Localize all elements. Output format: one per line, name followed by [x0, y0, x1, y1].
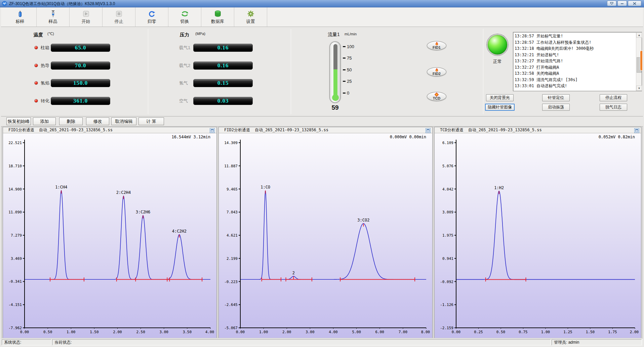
needle-position-button[interactable]: 针管定位: [542, 94, 570, 101]
event-log[interactable]: 13:28:57 开始标气定量! 13:28:57 工作站进入标样预备采集状态!…: [513, 32, 642, 91]
cancel-edit-button[interactable]: 取消编辑: [111, 117, 136, 125]
lcd-display-carrier1-pressure: 0.16: [193, 44, 253, 52]
event-log-lines: 13:28:57 开始标气定量! 13:28:57 工作站进入标样预备采集状态!…: [515, 33, 635, 90]
svg-text:2: 2: [292, 271, 295, 275]
svg-text:0.000mV 0.00min: 0.000mV 0.00min: [390, 135, 426, 139]
toolbar-standard-sample-button[interactable]: 标样: [4, 7, 37, 27]
status-led-red: [34, 46, 38, 49]
status-bar: 系统状态: 当前状态: 管理员: admin: [1, 339, 643, 346]
detector-label: FID1: [433, 46, 441, 49]
toolbar-database-button[interactable]: 数据库: [201, 7, 234, 27]
chart-tcd: TCD分析通道 自动_265_2021-09-23_132856_5.ss 6.…: [434, 127, 641, 338]
svg-text:-1.126: -1.126: [440, 303, 453, 307]
log-line: 13:32:27 开始清洗气路!: [515, 58, 635, 64]
toolbar-sample-button[interactable]: 样品: [37, 7, 70, 27]
maximize-icon[interactable]: [426, 128, 431, 133]
current-status-section: 当前状态:: [52, 339, 551, 345]
chart-plot-tcd[interactable]: 6.1095.0764.0423.0091.9750.941-0.092-1.1…: [435, 133, 641, 338]
log-line: 13:28:57 工作站进入标样预备采集状态!: [515, 39, 635, 46]
toolbar-label: 样品: [49, 19, 57, 25]
log-line: 13:33:01 自动进标气完成!: [515, 83, 635, 89]
toolbar-settings-button[interactable]: 设置: [234, 7, 267, 27]
svg-text:1.75: 1.75: [608, 330, 617, 334]
pressure-row-label: 载气2: [179, 62, 190, 70]
log-line: 13:32:59 清洗气路完成! [30s]: [515, 77, 635, 83]
chart-header: FID2分析通道 自动_265_2021-09-23_132856_5.ss: [219, 127, 432, 133]
svg-text:3:CO2: 3:CO2: [357, 218, 369, 222]
svg-text:2.00: 2.00: [113, 330, 122, 334]
chart-header: TCD分析通道 自动_265_2021-09-23_132856_5.ss: [435, 127, 641, 133]
chart-plot-fid1[interactable]: 22.52118.71014.90011.0907.2793.469-0.341…: [3, 133, 216, 338]
backlight-off-button[interactable]: 关闭背景光: [486, 94, 514, 101]
calculate-button[interactable]: 计 算: [138, 117, 164, 125]
chromatogram-svg: 6.1095.0764.0423.0091.9750.941-0.092-1.1…: [435, 133, 641, 337]
instrument-panel: 温度 (℃) 柱箱 65.0 热导 70.0 氢焰 150.0 转化 361.0…: [1, 27, 643, 116]
svg-text:-2.645: -2.645: [224, 303, 238, 307]
lcd-display-air-pressure: 0.03: [193, 97, 253, 105]
system-status-led: [487, 34, 508, 56]
svg-text:0.75: 0.75: [519, 330, 528, 334]
pressure-row-label: 氢气: [179, 79, 188, 87]
lcd-display-converter-temp: 361.0: [51, 97, 110, 105]
svg-text:3.00: 3.00: [306, 330, 315, 334]
degas-log-button[interactable]: 脱气日志: [600, 104, 627, 111]
lcd-display-tcd-temp: 70.0: [51, 62, 110, 70]
svg-text:9.465: 9.465: [227, 187, 238, 192]
flow-gauge-bulb: [332, 94, 339, 101]
add-peak-button[interactable]: 添加: [33, 117, 56, 125]
chart-plot-fid2[interactable]: 14.30911.8879.4657.0434.6212.199-0.223-2…: [219, 133, 432, 338]
app-window: ZF-301Q色谱工作站(301Q自动（绝缘油）K528.M)V3.1.3.0 …: [0, 0, 644, 347]
temp-row-label: 热导: [41, 62, 49, 70]
stop-flow-button[interactable]: 停止流程: [600, 94, 627, 101]
svg-text:2.00: 2.00: [630, 330, 639, 334]
svg-text:6.109: 6.109: [442, 141, 453, 145]
maximize-icon[interactable]: [210, 128, 215, 133]
svg-text:2.199: 2.199: [227, 256, 238, 261]
flow-tick: 0: [343, 91, 349, 95]
scroll-down-arrow[interactable]: ▼: [636, 85, 642, 91]
restore-initial-peaks-button[interactable]: 恢复初始峰: [6, 117, 31, 125]
svg-text:22.521: 22.521: [8, 141, 22, 145]
minimize-button[interactable]: [617, 1, 627, 6]
temp-row-label: 氢焰: [41, 79, 49, 87]
toolbar-switch-button[interactable]: 切换: [168, 7, 201, 27]
toolbar-label: 归零: [148, 19, 156, 25]
flow-tick: 100: [343, 44, 354, 48]
close-button[interactable]: [628, 1, 641, 6]
lcd-display-carrier2-pressure: 0.16: [193, 62, 253, 70]
detector-fid2-indicator[interactable]: FID2: [427, 67, 446, 76]
delete-peak-button[interactable]: 删除: [59, 117, 83, 125]
svg-text:0.00: 0.00: [236, 330, 245, 334]
gear-icon: [247, 10, 255, 18]
scroll-up-arrow[interactable]: ▲: [636, 32, 642, 38]
svg-text:8.00: 8.00: [421, 330, 430, 334]
toolbar-start-button[interactable]: 开始: [70, 7, 103, 27]
tray-button[interactable]: [607, 1, 616, 6]
pressure-group-title: 压力: [180, 32, 189, 38]
modify-peak-button[interactable]: 修改: [86, 117, 109, 125]
toolbar-label: 停止: [115, 19, 123, 25]
side-panel-handle[interactable]: [640, 50, 643, 71]
flow-gauge: [329, 41, 341, 103]
svg-text:18.710: 18.710: [8, 164, 22, 168]
svg-text:1:H2: 1:H2: [494, 185, 504, 190]
status-led-red: [34, 64, 38, 67]
chart-file: 自动_265_2021-09-23_132856_5.ss: [39, 127, 113, 133]
lcd-display-oven-temp: 65.0: [51, 44, 110, 52]
maximize-icon[interactable]: [634, 128, 639, 133]
flow-title: 流量1: [328, 32, 340, 38]
svg-text:1.00: 1.00: [541, 330, 550, 334]
toolbar-stop-button[interactable]: 停止: [103, 7, 135, 27]
hide-needle-image-button[interactable]: 隐藏针管图像: [485, 104, 515, 111]
pressure-row-label: 载气1: [179, 44, 190, 52]
svg-text:0.00: 0.00: [452, 330, 461, 334]
detector-tcd-indicator[interactable]: TCD: [427, 92, 446, 101]
chart-channel: TCD分析通道: [440, 127, 464, 133]
chart-file: 自动_265_2021-09-23_132856_5.ss: [255, 127, 328, 133]
svg-text:16.544mV 3.12min: 16.544mV 3.12min: [171, 135, 210, 139]
toolbar-zero-button[interactable]: 归零: [135, 7, 168, 27]
detector-fid1-indicator[interactable]: FID1: [427, 41, 446, 50]
svg-text:0.50: 0.50: [43, 330, 52, 334]
start-oscillation-button[interactable]: 启动振荡: [542, 104, 570, 111]
switch-arrows-icon: [181, 10, 189, 18]
